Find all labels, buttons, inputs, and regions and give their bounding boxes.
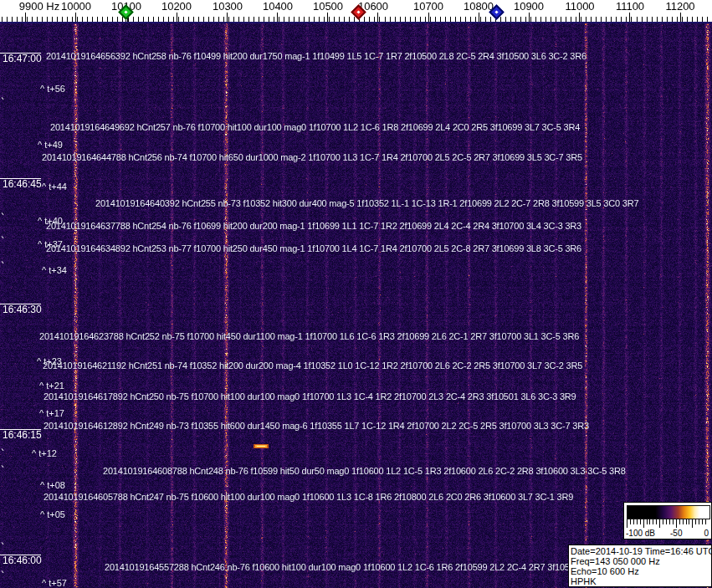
info-echo: Echo=10 600 Hz (571, 566, 711, 576)
freq-label: 10700 (413, 0, 443, 13)
info-date-time: Date=2014-10-19 Time=16:46 UTC (571, 546, 711, 556)
info-freq: Freq=143 050 000 Hz (571, 556, 711, 566)
freq-label: 10500 (313, 0, 343, 13)
freq-label: 10900 (514, 0, 544, 13)
db-colorbar: -100 dB -50 0 (623, 502, 712, 539)
colorbar-gradient (627, 505, 710, 519)
freq-label: 10300 (213, 0, 243, 13)
freq-label: 10200 (161, 0, 192, 13)
freq-label: 11200 (665, 0, 694, 13)
colorbar-label-mid: -50 (670, 529, 682, 539)
freq-label: 11000 (565, 0, 594, 13)
colorbar-ticks (627, 519, 709, 528)
freq-label: 10400 (263, 0, 293, 13)
info-station: HPHK (571, 576, 711, 586)
freq-label: 9900 Hz (19, 0, 59, 13)
colorbar-label-max: 0 (704, 529, 709, 539)
spectrogram-canvas[interactable] (0, 22, 712, 588)
colorbar-label-min: -100 dB (626, 529, 655, 539)
frequency-ruler: 9900 Hz100001010010200103001040010500106… (0, 0, 712, 22)
freq-label: 11100 (616, 0, 644, 13)
spectrogram-app: 9900 Hz100001010010200103001040010500106… (0, 0, 712, 588)
status-info-box: Date=2014-10-19 Time=16:46 UTC Freq=143 … (568, 545, 712, 587)
freq-label: 10000 (61, 0, 91, 13)
